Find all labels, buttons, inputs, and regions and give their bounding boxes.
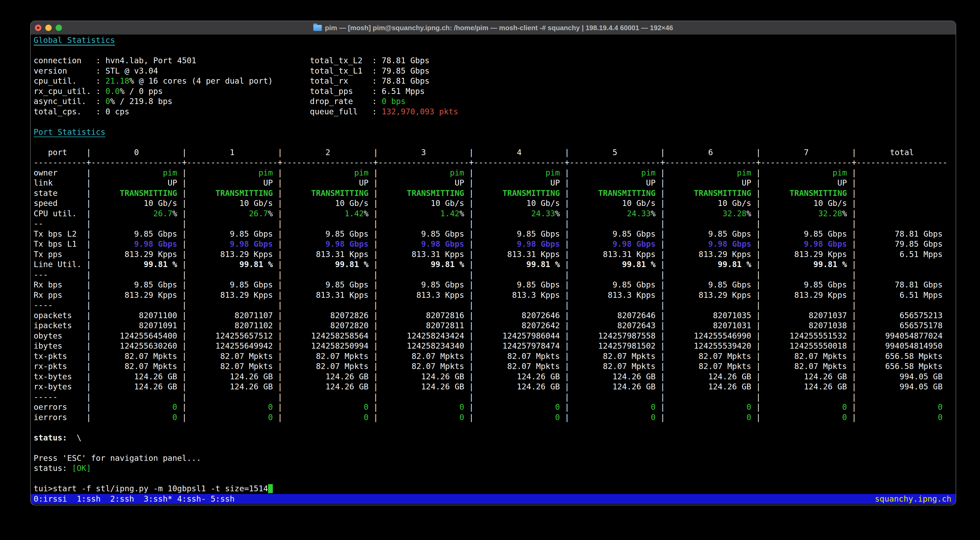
sep: | (273, 229, 282, 238)
cell: 82.07 Mpkts (474, 351, 560, 361)
sep: | (751, 321, 761, 330)
zoom-button[interactable] (56, 25, 62, 31)
cell: TRANSMITTING (91, 189, 177, 198)
sep: | (464, 260, 474, 269)
cell: 813.3 Kpps (378, 291, 464, 300)
sep: | (177, 372, 187, 381)
cell: 82.07 Mpkts (282, 351, 368, 361)
sep: | (560, 178, 570, 187)
cell: 0 (570, 413, 655, 422)
sep: | (368, 260, 378, 269)
stat-value: 0.0 (105, 87, 120, 96)
row-label: tx-pkts | (33, 351, 91, 361)
sep: | (368, 199, 378, 208)
sep: | (655, 178, 665, 187)
cell: 9.85 Gbps (761, 280, 847, 289)
cell: 0 (761, 413, 847, 422)
global-stats: connection : hvn4.lab, Port 4501total_tx… (31, 56, 956, 117)
window-title-area: pim — [mosh] pim@squanchy.ipng.ch: /home… (313, 24, 673, 32)
cell: pim (570, 168, 655, 177)
titlebar[interactable]: pim — [mosh] pim@squanchy.ipng.ch: /home… (31, 21, 956, 35)
table-row: ibytes | 124255630260 | 124255649942 | 1… (31, 341, 956, 351)
table-row: CPU util. | 26.7% | 26.7% | 1.42% | 1.42… (31, 209, 956, 219)
close-button[interactable] (35, 25, 41, 31)
cell: 9.85 Gbps (761, 229, 847, 238)
cell: 813.31 Kpps (378, 249, 464, 259)
stat-value: 0 bps (382, 97, 406, 106)
cell: 82.07 Mpkts (91, 351, 177, 361)
total-cell (857, 178, 943, 187)
global-stat-left: rx_cpu_util. : 0.0% / 0 pps (33, 86, 310, 97)
cell: 82.07 Mpkts (378, 362, 464, 371)
sep: | (368, 311, 378, 320)
table-row: Rx pps | 813.29 Kpps | 813.29 Kpps | 813… (31, 290, 956, 300)
column-header: 4 | (474, 148, 570, 157)
cell: 124255550018 (761, 341, 847, 351)
cell: 9.85 Gbps (282, 229, 368, 238)
cell: TRANSMITTING (282, 189, 368, 198)
cell: 124255546990 (665, 331, 751, 340)
cell: 813.29 Kpps (91, 291, 177, 300)
table-section-divider: -- | | | | | | | | | (31, 219, 956, 229)
sep: | (655, 351, 665, 361)
cell: 99.81 % (474, 260, 560, 269)
cell: 99.81 % (187, 260, 273, 269)
stat-label: connection : (33, 56, 105, 65)
total-cell: 78.81 Gbps (857, 280, 943, 289)
table-row: Line Util. | 99.81 % | 99.81 % | 99.81 %… (31, 259, 956, 270)
cell: 82071031 (665, 321, 751, 330)
cell-unit: % | (651, 209, 665, 218)
cell: 9.98 Gbps (474, 239, 560, 249)
blank-line (31, 137, 956, 148)
stat-label: cpu_util. : (33, 76, 105, 86)
sep: | (273, 239, 282, 249)
cell: UP (665, 178, 751, 187)
sep: | (464, 311, 474, 320)
pad (282, 209, 345, 218)
sep: | (177, 249, 187, 259)
sep: | (655, 229, 665, 238)
stat-label: total_rx : (310, 76, 382, 86)
sep: | (847, 402, 857, 411)
cell: 82072826 (282, 311, 368, 320)
cell: 1.42 (345, 209, 364, 218)
spinner-icon: \ (77, 433, 81, 442)
cell: 9.85 Gbps (91, 229, 177, 238)
stat-value: STL @ v3.04 (105, 66, 158, 75)
cell: 124.26 GB (91, 372, 177, 381)
total-cell: 994.05 GB (857, 372, 943, 381)
cell: 0 (91, 413, 177, 422)
table-section-divider: ---- | | | | | | | | | (31, 300, 956, 310)
sep: | (847, 372, 857, 381)
cell: 124.26 GB (378, 382, 464, 391)
sep: | (273, 351, 282, 361)
cell: 82071107 (187, 311, 273, 320)
cell: 9.98 Gbps (378, 239, 464, 249)
cell: pim (91, 168, 177, 177)
sep: | (177, 362, 187, 371)
total-cell: 656.58 Mpkts (857, 362, 943, 371)
cell: 82072816 (378, 311, 464, 320)
cell: 124257978474 (474, 341, 560, 351)
prompt-line[interactable]: tui>start -f stl/ipng.py -m 10gbpsl1 -t … (31, 484, 956, 494)
row-label: ibytes | (33, 341, 91, 351)
status-label: status: (33, 464, 72, 473)
cell: 82.07 Mpkts (570, 351, 655, 361)
cell: 813.31 Kpps (282, 249, 368, 259)
row-label: Tx bps L1 | (33, 239, 91, 249)
sep: | (273, 413, 282, 422)
minimize-button[interactable] (45, 25, 52, 31)
blank-line (31, 443, 956, 453)
total-cell: 79.85 Gbps (857, 239, 943, 249)
cell: 9.85 Gbps (282, 280, 368, 289)
cell: pim (665, 168, 751, 177)
cell: 9.85 Gbps (187, 280, 273, 289)
pad (187, 209, 249, 218)
table-row: state | TRANSMITTING | TRANSMITTING | TR… (31, 188, 956, 199)
table-row: oerrors | 0 | 0 | 0 | 0 | 0 | 0 | 0 | 0 … (31, 402, 956, 412)
column-header: 6 | (665, 148, 761, 157)
sep: | (560, 311, 570, 320)
cell: 0 (378, 402, 464, 411)
total-cell (857, 168, 943, 177)
total-cell: 656575178 (857, 321, 943, 330)
